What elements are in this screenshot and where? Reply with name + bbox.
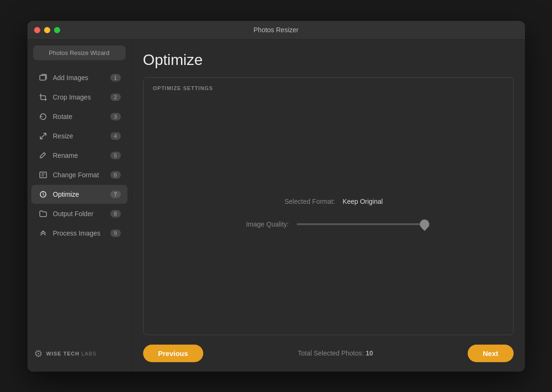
add-images-icon: [38, 73, 48, 83]
app-window: Photos Resizer Photos Resize Wizard Add …: [27, 21, 525, 372]
sidebar-item-label-rotate: Rotate: [53, 113, 110, 120]
footer-info: Total Selected Photos: 10: [203, 349, 468, 357]
resize-icon: [38, 131, 48, 141]
sidebar-item-label-process-images: Process Images: [53, 229, 110, 237]
quality-slider-wrapper: [297, 219, 429, 230]
sidebar-item-optimize[interactable]: Optimize7: [31, 185, 127, 204]
minimize-button[interactable]: [44, 27, 50, 33]
close-button[interactable]: [34, 27, 40, 33]
sidebar-item-badge-output-folder: 8: [110, 210, 121, 218]
settings-panel: OPTIMIZE SETTINGS Selected Format: Keep …: [143, 77, 514, 335]
total-count: 10: [366, 349, 373, 357]
sidebar-item-crop-images[interactable]: Crop Images2: [31, 88, 127, 107]
sidebar: Photos Resize Wizard Add Images1Crop Ima…: [27, 40, 132, 372]
svg-rect-0: [40, 75, 45, 80]
sidebar-item-badge-optimize: 7: [110, 191, 121, 198]
image-quality-row: Image Quality:: [227, 219, 429, 230]
nav-list: Add Images1Crop Images2Rotate3Resize4Ren…: [27, 68, 131, 243]
selected-format-row: Selected Format: Keep Original: [273, 198, 383, 205]
sidebar-footer: ⚙ WISE TECH LABS: [27, 341, 131, 366]
brand-icon: ⚙: [34, 348, 43, 359]
settings-section-label: OPTIMIZE SETTINGS: [153, 85, 504, 91]
footer: Previous Total Selected Photos: 10 Next: [143, 337, 514, 372]
optimize-icon: [38, 189, 48, 200]
image-quality-label: Image Quality:: [227, 220, 289, 228]
process-images-icon: [38, 228, 48, 238]
svg-rect-1: [40, 172, 46, 178]
window-title: Photos Resizer: [253, 26, 299, 34]
sidebar-item-label-resize: Resize: [53, 132, 110, 140]
selected-format-value: Keep Original: [343, 198, 383, 205]
brand-name: WISE TECH LABS: [46, 351, 97, 356]
rename-icon: [38, 150, 48, 161]
settings-body: Selected Format: Keep Original Image Qua…: [153, 100, 504, 327]
sidebar-item-badge-crop-images: 2: [110, 93, 121, 101]
sidebar-item-badge-change-format: 6: [110, 171, 121, 179]
sidebar-item-add-images[interactable]: Add Images1: [31, 68, 127, 87]
rotate-icon: [38, 111, 48, 122]
total-label: Total Selected Photos:: [298, 349, 364, 357]
page-title: Optimize: [143, 51, 514, 69]
crop-images-icon: [38, 92, 48, 102]
sidebar-item-rotate[interactable]: Rotate3: [31, 107, 127, 126]
sidebar-item-label-output-folder: Output Folder: [53, 210, 110, 218]
main-content: Optimize OPTIMIZE SETTINGS Selected Form…: [132, 40, 525, 372]
selected-format-label: Selected Format:: [273, 198, 335, 205]
sidebar-item-badge-add-images: 1: [110, 74, 121, 82]
quality-slider[interactable]: [297, 223, 429, 225]
sidebar-item-label-optimize: Optimize: [53, 191, 110, 198]
traffic-lights: [34, 27, 60, 33]
next-button[interactable]: Next: [468, 345, 514, 362]
sidebar-item-resize[interactable]: Resize4: [31, 127, 127, 146]
sidebar-item-badge-rotate: 3: [110, 113, 121, 120]
sidebar-item-rename[interactable]: Rename5: [31, 146, 127, 165]
wizard-button[interactable]: Photos Resize Wizard: [33, 46, 126, 60]
sidebar-item-label-change-format: Change Format: [53, 171, 110, 179]
title-bar: Photos Resizer: [27, 21, 525, 40]
sidebar-item-output-folder[interactable]: Output Folder8: [31, 204, 127, 223]
sidebar-item-label-crop-images: Crop Images: [53, 93, 110, 101]
window-body: Photos Resize Wizard Add Images1Crop Ima…: [27, 40, 525, 372]
maximize-button[interactable]: [54, 27, 60, 33]
sidebar-item-label-rename: Rename: [53, 152, 110, 159]
previous-button[interactable]: Previous: [143, 345, 203, 362]
sidebar-item-change-format[interactable]: Change Format6: [31, 165, 127, 184]
sidebar-item-label-add-images: Add Images: [53, 74, 110, 82]
sidebar-item-badge-process-images: 9: [110, 229, 121, 237]
sidebar-item-badge-rename: 5: [110, 152, 121, 159]
output-folder-icon: [38, 209, 48, 219]
sidebar-item-badge-resize: 4: [110, 132, 121, 140]
change-format-icon: [38, 170, 48, 180]
sidebar-item-process-images[interactable]: Process Images9: [31, 224, 127, 243]
